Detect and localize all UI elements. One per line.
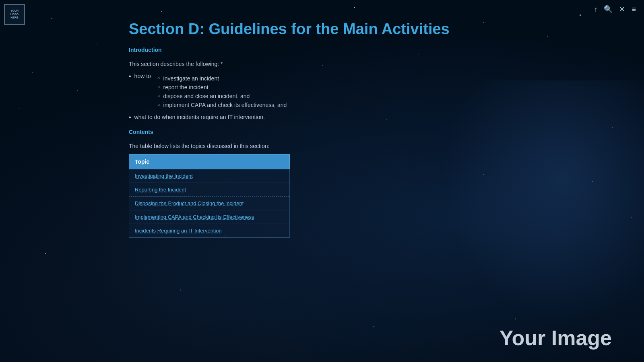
table-row: Incidents Requiring an IT Intervention [129, 224, 290, 238]
contents-divider [129, 137, 564, 137]
logo: YOURLOGOHERE [4, 4, 25, 25]
intro-label: Introduction [129, 47, 564, 53]
main-content: Section D: Guidelines for the Main Activ… [129, 20, 564, 238]
sub-item-investigate: investigate an incident [157, 75, 287, 82]
main-bullet-list: how to investigate an incident report th… [129, 73, 564, 121]
table-intro: The table below lists the topics discuss… [129, 143, 564, 149]
intro-divider [129, 55, 564, 55]
bullet-how-to-text: how to [134, 73, 151, 79]
topic-link-disposing[interactable]: Disposing the Product and Closing the In… [135, 200, 244, 206]
search-icon[interactable]: 🔍 [604, 6, 613, 13]
bullet-it-intervention: what to do when incidents require an IT … [129, 114, 564, 121]
top-right-toolbar: ↑ 🔍 ✕ ≡ [594, 6, 636, 13]
sub-item-capa: implement CAPA and check its effectivene… [157, 102, 287, 108]
menu-icon[interactable]: ≡ [632, 6, 636, 13]
section-title: Section D: Guidelines for the Main Activ… [129, 20, 564, 39]
close-icon[interactable]: ✕ [619, 6, 625, 13]
sub-item-dispose: dispose and close an incident, and [157, 93, 287, 99]
topic-link-reporting[interactable]: Reporting the Incident [135, 187, 186, 193]
table-row: Implementing CAPA and Checking Its Effec… [129, 210, 290, 224]
table-row: Reporting the Incident [129, 183, 290, 197]
sub-item-report: report the incident [157, 84, 287, 90]
table-row: Investigating the Incident [129, 169, 290, 183]
logo-text: YOURLOGOHERE [10, 9, 19, 19]
topic-link-capa[interactable]: Implementing CAPA and Checking Its Effec… [135, 214, 254, 220]
table-header: Topic [129, 154, 290, 169]
upload-icon[interactable]: ↑ [594, 6, 597, 13]
topic-link-it-intervention[interactable]: Incidents Requiring an IT Intervention [135, 228, 222, 234]
bullet-it-text: what to do when incidents require an IT … [134, 114, 265, 120]
sub-list-how-to: investigate an incident report the incid… [157, 75, 287, 111]
topic-link-investigating[interactable]: Investigating the Incident [135, 173, 193, 179]
table-row: Disposing the Product and Closing the In… [129, 197, 290, 210]
intro-text: This section describes the following: * [129, 61, 564, 67]
contents-label: Contents [129, 129, 564, 135]
topic-table: Topic Investigating the Incident Reporti… [129, 154, 290, 238]
watermark-text: Your Image [500, 326, 612, 350]
bullet-how-to: how to investigate an incident report th… [129, 73, 564, 111]
